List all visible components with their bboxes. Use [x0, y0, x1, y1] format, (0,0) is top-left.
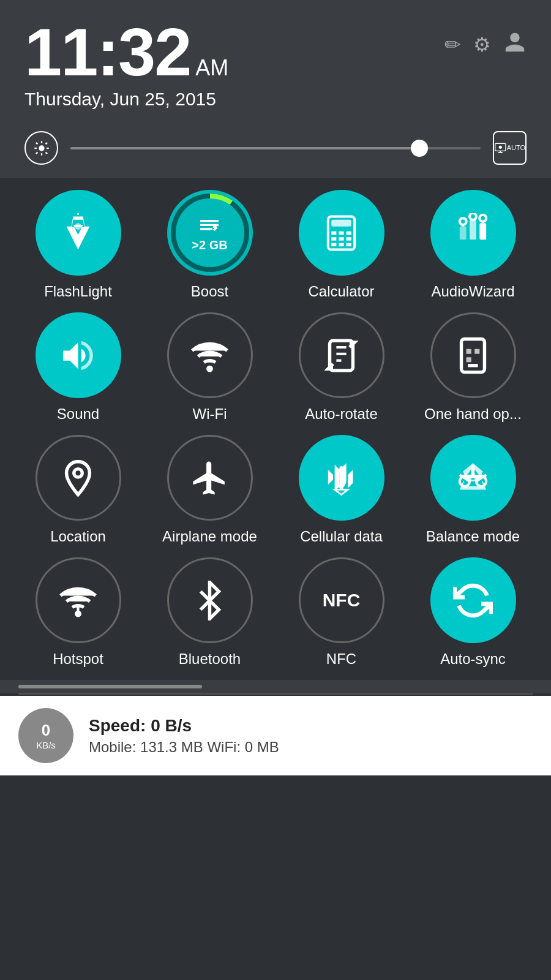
divider	[18, 693, 533, 695]
speed-label: Speed: 0 B/s	[89, 716, 279, 736]
auto-label: AUTO	[507, 144, 525, 152]
edit-icon[interactable]: ✏	[444, 33, 461, 56]
svg-rect-18	[331, 219, 351, 226]
calculator-label: Calculator	[308, 283, 374, 300]
svg-rect-19	[331, 231, 336, 234]
audiowizard-item[interactable]: AudioWizard	[413, 190, 533, 300]
time-ampm: AM	[195, 55, 228, 81]
svg-point-14	[75, 223, 81, 230]
bluetooth-item[interactable]: Bluetooth	[150, 557, 269, 668]
flashlight-label: FlashLight	[44, 283, 112, 300]
settings-icon[interactable]: ⚙	[473, 33, 491, 56]
hotspot-item[interactable]: Hotspot	[18, 557, 138, 668]
svg-point-0	[39, 145, 44, 151]
svg-line-5	[36, 142, 37, 143]
flashlight-icon-circle[interactable]	[36, 190, 121, 276]
audiowizard-icon-circle[interactable]	[430, 190, 516, 276]
hotspot-icon-circle[interactable]	[36, 557, 121, 643]
boost-text: >2 GB	[192, 238, 227, 252]
svg-rect-25	[331, 243, 336, 246]
balance-icon-circle[interactable]	[430, 435, 516, 521]
svg-rect-23	[339, 237, 343, 240]
svg-point-40	[74, 469, 83, 477]
airplane-item[interactable]: Airplane mode	[150, 435, 269, 545]
location-item[interactable]: Location	[18, 435, 138, 545]
autosync-item[interactable]: Auto-sync	[413, 557, 533, 668]
speed-circle: 0 KB/s	[18, 708, 73, 763]
nfc-item[interactable]: NFC NFC	[282, 557, 401, 668]
svg-rect-21	[347, 231, 351, 234]
svg-rect-24	[347, 237, 351, 240]
svg-line-6	[45, 152, 47, 153]
network-detail: Mobile: 131.3 MB WiFi: 0 MB	[89, 739, 279, 756]
brightness-icon[interactable]	[24, 131, 58, 165]
calculator-item[interactable]: Calculator	[282, 190, 401, 300]
nfc-icon-circle[interactable]: NFC	[299, 557, 384, 643]
wifi-icon-circle[interactable]	[167, 312, 253, 398]
svg-rect-26	[339, 243, 343, 246]
location-icon-circle[interactable]	[36, 435, 121, 521]
autorotate-label: Auto-rotate	[305, 405, 378, 423]
balance-label: Balance mode	[426, 528, 520, 545]
location-label: Location	[50, 528, 106, 545]
date-display: Thursday, Jun 25, 2015	[24, 89, 527, 110]
speed-number: 0	[42, 721, 50, 740]
sound-icon-circle[interactable]	[36, 312, 121, 398]
brightness-auto-button[interactable]: AUTO	[493, 131, 527, 165]
cellular-label: Cellular data	[300, 528, 383, 545]
svg-rect-28	[460, 226, 467, 239]
nfc-text-icon: NFC	[323, 590, 361, 611]
cellular-icon-circle[interactable]	[299, 435, 384, 521]
svg-point-33	[479, 214, 486, 221]
svg-rect-22	[331, 237, 336, 240]
scroll-hint	[0, 680, 551, 693]
quick-settings-grid: FlashLight >2 GB Boost	[0, 178, 551, 680]
svg-rect-29	[470, 219, 476, 239]
hotspot-label: Hotspot	[53, 650, 103, 668]
audiowizard-label: AudioWizard	[431, 283, 514, 300]
wifi-label: Wi-Fi	[193, 405, 227, 423]
autosync-icon-circle[interactable]	[430, 557, 516, 643]
network-info: Speed: 0 B/s Mobile: 131.3 MB WiFi: 0 MB	[89, 716, 279, 756]
flashlight-item[interactable]: FlashLight	[18, 190, 138, 300]
airplane-icon-circle[interactable]	[167, 435, 253, 521]
sound-item[interactable]: Sound	[18, 312, 138, 423]
speed-unit: KB/s	[36, 740, 56, 750]
boost-icon-circle[interactable]: >2 GB	[167, 190, 253, 276]
autorotate-icon-circle[interactable]	[299, 312, 384, 398]
boost-label: Boost	[191, 283, 228, 300]
svg-point-31	[460, 218, 467, 225]
bluetooth-label: Bluetooth	[179, 650, 241, 668]
airplane-label: Airplane mode	[162, 528, 257, 545]
brightness-bar: AUTO	[0, 122, 551, 178]
scroll-track[interactable]	[18, 685, 202, 688]
header: 11:32 AM ✏ ⚙ Thursday, Jun 25, 2015	[0, 0, 551, 122]
onehand-item[interactable]: One hand op...	[413, 312, 533, 423]
svg-rect-27	[347, 243, 351, 246]
sound-label: Sound	[57, 405, 99, 423]
svg-rect-30	[479, 223, 486, 239]
svg-line-8	[36, 152, 37, 153]
network-speed-bar: 0 KB/s Speed: 0 B/s Mobile: 131.3 MB WiF…	[0, 696, 551, 775]
onehand-label: One hand op...	[424, 405, 522, 423]
cellular-item[interactable]: Cellular data	[282, 435, 401, 545]
autorotate-item[interactable]: Auto-rotate	[282, 312, 401, 423]
svg-point-32	[470, 213, 476, 220]
wifi-item[interactable]: Wi-Fi	[150, 312, 269, 423]
autosync-label: Auto-sync	[440, 650, 506, 668]
time-display: 11:32	[24, 18, 190, 86]
onehand-icon-circle[interactable]	[430, 312, 516, 398]
nfc-label: NFC	[326, 650, 356, 668]
boost-item[interactable]: >2 GB Boost	[150, 190, 269, 300]
calculator-icon-circle[interactable]	[299, 190, 384, 276]
brightness-slider[interactable]	[70, 147, 481, 149]
bluetooth-icon-circle[interactable]	[167, 557, 253, 643]
svg-point-10	[499, 145, 502, 148]
user-icon[interactable]	[503, 31, 527, 59]
svg-rect-20	[339, 231, 343, 234]
balance-item[interactable]: Balance mode	[413, 435, 533, 545]
svg-line-7	[45, 142, 47, 143]
svg-point-37	[208, 367, 211, 370]
